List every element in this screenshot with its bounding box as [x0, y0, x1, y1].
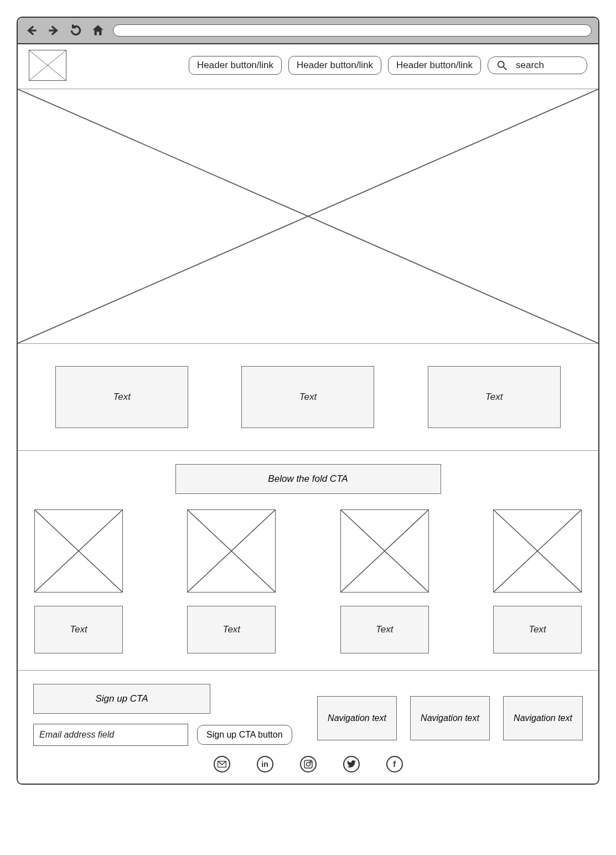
forward-arrow-icon[interactable]	[46, 23, 61, 38]
card-3: Text	[340, 509, 429, 653]
svg-point-2	[498, 61, 504, 68]
text-box-2: Text	[241, 366, 374, 428]
footer-nav-2[interactable]: Navigation text	[410, 696, 490, 740]
signup-button[interactable]: Sign up CTA button	[197, 725, 292, 745]
site-header: Header button/link Header button/link He…	[18, 44, 598, 89]
signup-cta: Sign up CTA	[33, 684, 210, 714]
mail-icon[interactable]	[214, 756, 230, 772]
card-image-placeholder	[493, 509, 582, 593]
signup-column: Sign up CTA Email address field Sign up …	[33, 684, 293, 746]
footer-nav-3[interactable]: Navigation text	[503, 696, 583, 740]
search-icon	[496, 59, 508, 71]
text-box-3: Text	[428, 366, 561, 428]
search-input[interactable]: search	[488, 56, 587, 74]
svg-point-16	[306, 763, 310, 766]
back-arrow-icon[interactable]	[24, 23, 39, 38]
svg-point-17	[310, 761, 311, 763]
hero-image-placeholder	[18, 89, 598, 344]
page-content: Header button/link Header button/link He…	[18, 44, 598, 784]
url-bar[interactable]	[113, 24, 592, 37]
logo-placeholder	[29, 50, 66, 81]
below-fold-cta[interactable]: Below the fold CTA	[175, 464, 441, 494]
social-row: in f	[33, 756, 583, 772]
header-nav-button-1[interactable]: Header button/link	[189, 56, 282, 75]
card-text: Text	[187, 606, 276, 653]
browser-window: Header button/link Header button/link He…	[17, 17, 599, 785]
email-field[interactable]: Email address field	[33, 724, 188, 746]
refresh-icon[interactable]	[69, 23, 83, 38]
header-nav-button-2[interactable]: Header button/link	[288, 56, 381, 75]
card-image-placeholder	[34, 509, 123, 593]
header-nav-button-3[interactable]: Header button/link	[388, 56, 481, 75]
browser-toolbar	[18, 18, 598, 44]
facebook-icon[interactable]: f	[386, 756, 403, 772]
home-icon[interactable]	[91, 23, 105, 38]
footer-nav-1[interactable]: Navigation text	[317, 696, 397, 740]
card-text: Text	[340, 606, 429, 653]
card-image-placeholder	[340, 509, 429, 593]
instagram-icon[interactable]	[300, 756, 317, 772]
search-placeholder: search	[516, 60, 544, 71]
text-row: Text Text Text	[18, 344, 598, 451]
card-4: Text	[493, 509, 582, 653]
card-row: Text Text Text Text	[34, 509, 582, 653]
footer: Sign up CTA Email address field Sign up …	[18, 671, 598, 784]
linkedin-icon[interactable]: in	[257, 756, 273, 772]
card-1: Text	[34, 509, 123, 653]
svg-line-3	[504, 67, 507, 70]
below-fold-section: Below the fold CTA Text Text Text Text	[18, 451, 598, 671]
footer-nav: Navigation text Navigation text Navigati…	[317, 696, 583, 740]
card-text: Text	[493, 606, 582, 653]
card-2: Text	[187, 509, 276, 653]
text-box-1: Text	[55, 366, 188, 428]
twitter-icon[interactable]	[343, 756, 360, 772]
card-image-placeholder	[187, 509, 276, 593]
card-text: Text	[34, 606, 123, 653]
